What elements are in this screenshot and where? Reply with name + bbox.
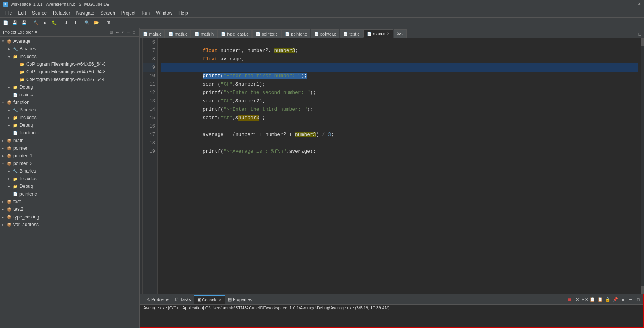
tree-item-pointer1[interactable]: ▶ 📦 pointer_1 (0, 152, 139, 160)
console-pin-btn[interactable]: 📌 (612, 296, 619, 303)
tab-properties[interactable]: ▤ Properties (225, 295, 255, 304)
tab-pointer-2[interactable]: 📄 pointer.c (281, 29, 310, 38)
tree-item-inc3[interactable]: 📂 C:/Program Files/mingw-w64/x86_64-8 (0, 76, 139, 83)
tree-item-p2-c[interactable]: 📄 pointer.c (0, 190, 139, 198)
menu-file[interactable]: File (2, 10, 15, 16)
menu-refactor[interactable]: Refactor (50, 10, 73, 16)
tab-overflow[interactable]: ≫₂ (394, 29, 407, 38)
line-num-8: 8 (143, 55, 155, 63)
tree-item-debug[interactable]: ▶ 📁 Debug (0, 83, 139, 91)
console-paste-btn[interactable]: 📋 (597, 296, 603, 303)
tab-pointer-1[interactable]: 📄 pointer.c (252, 29, 281, 38)
label-pointer1: pointer_1 (13, 153, 32, 158)
tree-item-average-includes[interactable]: ▼ 📁 Includes (0, 53, 139, 60)
tab-tasks[interactable]: ☑ Tasks (172, 295, 194, 304)
scroll-down-btn[interactable] (641, 286, 644, 294)
scroll-up-btn[interactable] (641, 38, 644, 46)
tree-item-function[interactable]: ▼ 📦 function (0, 99, 139, 106)
maximize-btn[interactable]: □ (632, 2, 634, 6)
tree-item-test2[interactable]: ▶ 📦 test2 (0, 205, 139, 213)
tree-item-func-binaries[interactable]: ▶ 🔧 Binaries (0, 106, 139, 114)
toolbar-next-annotation[interactable]: ⬇ (62, 19, 70, 27)
toolbar-sep-3 (81, 19, 81, 26)
label-func-debug: Debug (19, 123, 33, 128)
icon-inc1: 📂 (19, 61, 25, 67)
tab-type-cast[interactable]: 📄 type_cast.c (217, 29, 252, 38)
pe-title: Project Explorer ✕ (3, 30, 37, 35)
tab-main-c-1[interactable]: 📄 main.c (140, 29, 165, 38)
tab-math-h[interactable]: 📄 math.h (191, 29, 217, 38)
toolbar-save-all[interactable]: 💾 (20, 19, 28, 27)
menu-edit[interactable]: Edit (15, 10, 29, 16)
toolbar-save[interactable]: 💾 (11, 19, 19, 27)
minimize-btn[interactable]: ─ (626, 2, 629, 6)
console-copy-btn[interactable]: 📋 (589, 296, 596, 303)
tree-item-functionc[interactable]: 📄 function.c (0, 129, 139, 137)
tree-item-pointer2[interactable]: ▼ 📦 pointer_2 (0, 160, 139, 167)
tab-close-main[interactable]: ✕ (387, 32, 390, 36)
tab-console[interactable]: ▣ Console ✕ (194, 295, 225, 304)
tree-item-math[interactable]: ▶ 📦 math (0, 137, 139, 144)
tree-item-inc1[interactable]: 📂 C:/Program Files/mingw-w64/x86_64-8 (0, 60, 139, 68)
pe-menu[interactable]: ▾ (121, 30, 125, 35)
pe-minimize[interactable]: ─ (126, 30, 131, 35)
menu-project[interactable]: Project (118, 10, 138, 16)
tab-console-close[interactable]: ✕ (219, 298, 222, 302)
tree-item-mainc[interactable]: 📄 main.c (0, 91, 139, 99)
editor-scrollbar[interactable] (641, 38, 644, 294)
tree-item-p2-binaries[interactable]: ▶ 🔧 Binaries (0, 167, 139, 175)
code-editor[interactable]: 6 7 8 9 10 11 12 13 14 15 16 17 18 19 fl… (140, 38, 644, 294)
toolbar-run[interactable]: ▶ (41, 19, 49, 27)
tree-item-func-debug[interactable]: ▶ 📁 Debug (0, 121, 139, 129)
tab-main-c-active[interactable]: 📄 main.c ✕ (363, 29, 393, 38)
toolbar-perspective[interactable]: ⊞ (104, 19, 112, 27)
label-inc1: C:/Program Files/mingw-w64/x86_64-8 (26, 61, 105, 67)
tree-item-average[interactable]: ▼ 📦 Average (0, 37, 139, 45)
pe-link[interactable]: ⇔ (115, 30, 120, 35)
tab-math-c[interactable]: 📄 math.c (165, 29, 191, 38)
tree-item-p2-includes[interactable]: ▶ 📁 Includes (0, 175, 139, 183)
tree-item-inc2[interactable]: 📂 C:/Program Files/mingw-w64/x86_64-8 (0, 68, 139, 76)
tab-problems[interactable]: ⚠ Problems (143, 295, 172, 304)
arrow-pointer: ▶ (2, 147, 6, 150)
toolbar-build[interactable]: 🔨 (32, 19, 40, 27)
menu-help[interactable]: Help (175, 10, 191, 16)
tree-item-p2-debug[interactable]: ▶ 📁 Debug (0, 183, 139, 190)
tree-item-average-binaries[interactable]: ▶ 🔧 Binaries (0, 45, 139, 53)
tree-item-pointer[interactable]: ▶ 📦 pointer (0, 144, 139, 152)
arrow-binaries: ▶ (8, 47, 12, 51)
code-content[interactable]: float number1, number2, number3; float a… (158, 38, 641, 294)
label-test2: test2 (13, 207, 23, 212)
menu-window[interactable]: Window (153, 10, 175, 16)
console-minimize-btn[interactable]: ─ (627, 296, 634, 303)
console-stop-btn[interactable]: ■ (566, 296, 573, 303)
console-menu-btn[interactable]: ≡ (620, 296, 626, 303)
console-maximize-btn[interactable]: □ (635, 296, 642, 303)
editor-minimize-btn[interactable]: ─ (627, 30, 636, 38)
tree-item-var-address[interactable]: ▶ 📦 var_address (0, 221, 139, 228)
toolbar-open-type[interactable]: 🔍 (83, 19, 91, 27)
tab-test-c[interactable]: 📄 test.c (340, 29, 363, 38)
tab-pointer-3[interactable]: 📄 pointer.c (311, 29, 340, 38)
tree-item-type-casting[interactable]: ▶ 📦 type_casting (0, 213, 139, 221)
menu-run[interactable]: Run (138, 10, 153, 16)
toolbar-debug[interactable]: 🐛 (50, 19, 58, 27)
close-btn[interactable]: ✕ (638, 2, 641, 6)
menu-navigate[interactable]: Navigate (73, 10, 97, 16)
toolbar-open-resource[interactable]: 📂 (92, 19, 101, 27)
menu-source[interactable]: Source (29, 10, 50, 16)
pe-maximize[interactable]: □ (131, 30, 136, 35)
pe-collapse-all[interactable]: ⊟ (109, 30, 114, 35)
toolbar-new[interactable]: 📄 (2, 19, 10, 27)
toolbar-prev-annotation[interactable]: ⬆ (71, 19, 79, 27)
tab-label-pointer-3: pointer.c (320, 32, 336, 36)
label-inc2: C:/Program Files/mingw-w64/x86_64-8 (26, 69, 105, 74)
console-remove-btn[interactable]: ✕✕ (581, 296, 588, 303)
scroll-track[interactable] (641, 46, 644, 286)
menu-search[interactable]: Search (97, 10, 118, 16)
console-scroll-lock-btn[interactable]: 🔒 (604, 296, 611, 303)
tree-item-func-includes[interactable]: ▶ 📁 Includes (0, 114, 139, 121)
editor-maximize-btn[interactable]: □ (636, 30, 644, 38)
console-clear-btn[interactable]: ✕ (574, 296, 581, 303)
tree-item-test[interactable]: ▶ 📦 test (0, 198, 139, 205)
